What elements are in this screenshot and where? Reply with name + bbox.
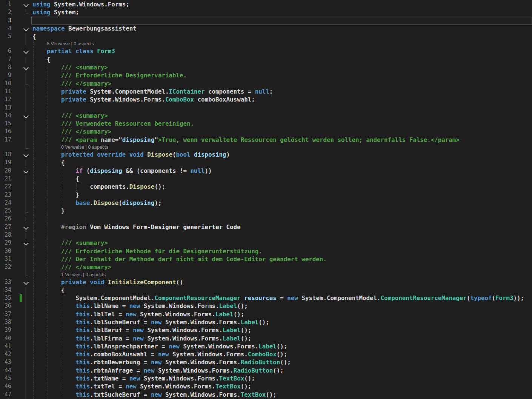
code-line-10[interactable]: 10 /// </summary> [0, 80, 532, 88]
line-number[interactable]: 22 [0, 183, 14, 191]
line-number[interactable]: 28 [0, 231, 14, 239]
line-number[interactable]: 19 [0, 159, 14, 166]
code-line-34[interactable]: 34 { [0, 286, 532, 294]
code-line-38[interactable]: 38 this.lblSucheBeruf = new System.Windo… [0, 318, 532, 326]
fold-column[interactable] [23, 278, 29, 286]
code-line-40[interactable]: 40 this.lblFirma = new System.Windows.Fo… [0, 334, 532, 342]
code-line-41[interactable]: 41 this.lblAnsprechpartner = new System.… [0, 342, 532, 350]
fold-column[interactable] [23, 25, 29, 32]
line-number[interactable]: 12 [0, 96, 14, 103]
code-line-12[interactable]: 12 private System.Windows.Forms.ComboBox… [0, 96, 532, 103]
codelens-label[interactable]: 0 Verweise | 0 aspects [32, 144, 108, 151]
line-number[interactable]: 20 [0, 167, 14, 175]
code-line-44[interactable]: 44 this.rbtnAnfrage = new System.Windows… [0, 367, 532, 374]
fold-chevron-icon[interactable] [23, 49, 29, 54]
line-number[interactable]: 40 [0, 334, 14, 342]
line-number[interactable]: 8 [0, 63, 14, 71]
line-number[interactable]: 47 [0, 391, 14, 399]
line-number[interactable]: 11 [0, 88, 14, 96]
code-line-24[interactable]: 24 base.Dispose(disposing); [0, 199, 532, 207]
editor-rows[interactable]: 1using System.Windows.Forms;2using Syste… [0, 0, 532, 399]
line-number[interactable]: 13 [0, 104, 14, 112]
line-number[interactable] [0, 271, 14, 278]
line-number[interactable]: 36 [0, 302, 14, 310]
code-line-43[interactable]: 43 this.rbtnBewerbung = new System.Windo… [0, 358, 532, 366]
codelens-label[interactable]: 8 Verweise | 0 aspects [32, 40, 94, 47]
code-line-14[interactable]: 14 /// <summary> [0, 112, 532, 120]
fold-column[interactable] [23, 167, 29, 175]
codelens-label[interactable]: 1 Verweis | 0 aspects [32, 271, 106, 278]
code-line-27[interactable]: 27 #region Vom Windows Form-Designer gen… [0, 223, 532, 231]
code-line-9[interactable]: 9 /// Erforderliche Designervariable. [0, 71, 532, 79]
line-number[interactable]: 7 [0, 55, 14, 63]
fold-chevron-icon[interactable] [23, 279, 29, 285]
line-number[interactable]: 6 [0, 47, 14, 55]
line-number[interactable]: 14 [0, 112, 14, 120]
line-number[interactable]: 32 [0, 263, 14, 271]
line-number[interactable]: 1 [0, 0, 14, 8]
fold-chevron-icon[interactable] [23, 65, 29, 70]
code-line-47[interactable]: 47 this.txtSucheBeruf = new System.Windo… [0, 391, 532, 399]
line-number[interactable]: 43 [0, 358, 14, 366]
code-line-30[interactable]: 30 /// Erforderliche Methode für die Des… [0, 247, 532, 255]
fold-column[interactable] [23, 0, 29, 8]
code-line-2[interactable]: 2using System; [0, 8, 532, 16]
code-line-26[interactable]: 26 [0, 215, 532, 223]
line-number[interactable]: 42 [0, 350, 14, 358]
code-line-46[interactable]: 46 this.txtTel = new System.Windows.Form… [0, 382, 532, 390]
line-number[interactable]: 37 [0, 310, 14, 318]
code-line-3[interactable]: 3 [0, 17, 532, 25]
line-number[interactable]: 31 [0, 255, 14, 263]
line-number[interactable]: 5 [0, 32, 14, 40]
code-line-31[interactable]: 31 /// Der Inhalt der Methode darf nicht… [0, 255, 532, 263]
line-number[interactable]: 38 [0, 318, 14, 326]
code-line-33[interactable]: 33 private void InitializeComponent() [0, 278, 532, 286]
fold-chevron-icon[interactable] [23, 152, 29, 157]
fold-chevron-icon[interactable] [23, 240, 29, 246]
codelens-text[interactable]: 1 Verweis | 0 aspects [29, 271, 532, 278]
line-number[interactable]: 41 [0, 342, 14, 350]
line-number[interactable] [0, 40, 14, 47]
line-number[interactable]: 21 [0, 175, 14, 183]
code-line-15[interactable]: 15 /// Verwendete Ressourcen bereinigen. [0, 120, 532, 128]
line-number[interactable]: 23 [0, 191, 14, 199]
fold-column[interactable] [23, 239, 29, 247]
line-number[interactable]: 16 [0, 128, 14, 136]
code-line-29[interactable]: 29 /// <summary> [0, 239, 532, 247]
code-line-37[interactable]: 37 this.lblTel = new System.Windows.Form… [0, 310, 532, 318]
code-line-45[interactable]: 45 this.txtName = new System.Windows.For… [0, 374, 532, 382]
fold-column[interactable] [23, 47, 29, 55]
fold-chevron-icon[interactable] [23, 26, 29, 31]
fold-column[interactable] [23, 63, 29, 71]
line-number[interactable]: 29 [0, 239, 14, 247]
line-number[interactable]: 10 [0, 80, 14, 88]
code-line-6[interactable]: 6 partial class Form3 [0, 47, 532, 55]
codelens-text[interactable]: 8 Verweise | 0 aspects [29, 40, 532, 47]
line-number[interactable]: 26 [0, 215, 14, 223]
line-number[interactable]: 2 [0, 8, 14, 16]
line-number[interactable]: 30 [0, 247, 14, 255]
code-line-39[interactable]: 39 this.lblBeruf = new System.Windows.Fo… [0, 326, 532, 334]
code-line-20[interactable]: 20 if (disposing && (components != null)… [0, 167, 532, 175]
code-line-21[interactable]: 21 { [0, 175, 532, 183]
line-number[interactable]: 9 [0, 71, 14, 79]
code-line-16[interactable]: 16 /// </summary> [0, 128, 532, 136]
codelens-row[interactable]: 1 Verweis | 0 aspects [0, 271, 532, 278]
line-number[interactable]: 35 [0, 294, 14, 302]
line-number[interactable]: 39 [0, 326, 14, 334]
code-line-4[interactable]: 4namespace Bewerbungsassistent [0, 25, 532, 32]
line-number[interactable]: 17 [0, 136, 14, 144]
line-number[interactable]: 34 [0, 286, 14, 294]
fold-chevron-icon[interactable] [23, 225, 29, 230]
code-line-22[interactable]: 22 components.Dispose(); [0, 183, 532, 191]
line-number[interactable]: 33 [0, 278, 14, 286]
code-line-11[interactable]: 11 private System.ComponentModel.IContai… [0, 88, 532, 96]
line-number[interactable]: 3 [0, 17, 14, 25]
line-number[interactable]: 18 [0, 151, 14, 159]
code-editor[interactable]: 1using System.Windows.Forms;2using Syste… [0, 0, 532, 399]
code-line-13[interactable]: 13 [0, 104, 532, 112]
code-line-18[interactable]: 18 protected override void Dispose(bool … [0, 151, 532, 159]
line-number[interactable] [0, 144, 14, 151]
fold-column[interactable] [23, 151, 29, 159]
line-number[interactable]: 4 [0, 25, 14, 32]
